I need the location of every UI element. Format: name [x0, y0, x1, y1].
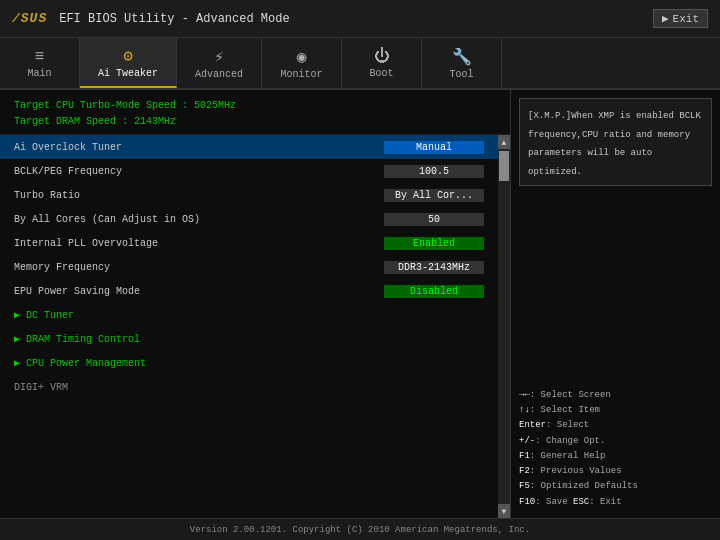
- left-panel: Target CPU Turbo-Mode Speed : 5025MHz Ta…: [0, 90, 510, 518]
- digi-label: DIGI+ VRM: [14, 382, 68, 393]
- boot-icon: ⏻: [374, 47, 390, 66]
- monitor-icon: ◉: [297, 47, 307, 67]
- setting-row-epu[interactable]: EPU Power Saving Mode Disabled: [0, 279, 498, 303]
- main-content: Target CPU Turbo-Mode Speed : 5025MHz Ta…: [0, 90, 720, 518]
- settings-scroll-area: Ai Overclock Tuner Manual BCLK/PEG Frequ…: [0, 135, 510, 518]
- bios-title: EFI BIOS Utility - Advanced Mode: [59, 12, 289, 26]
- setting-row-all-cores[interactable]: By All Cores (Can Adjust in OS) 50: [0, 207, 498, 231]
- digi-row: DIGI+ VRM: [0, 375, 498, 399]
- expandable-dram-timing[interactable]: ▶ DRAM Timing Control: [0, 327, 498, 351]
- pll-label: Internal PLL Overvoltage: [14, 238, 384, 249]
- right-panel: [X.M.P.]When XMP is enabled BCLK frequen…: [510, 90, 720, 518]
- tab-ai-tweaker-label: Ai Tweaker: [98, 68, 158, 79]
- help-text: [X.M.P.]When XMP is enabled BCLK frequen…: [528, 111, 701, 177]
- bottom-bar: Version 2.00.1201. Copyright (C) 2010 Am…: [0, 518, 720, 540]
- pll-value: Enabled: [384, 237, 484, 250]
- logo-area: /SUS EFI BIOS Utility - Advanced Mode: [12, 11, 290, 26]
- cpu-power-label: CPU Power Management: [26, 358, 146, 369]
- key-hints: →←: Select Screen ↑↓: Select Item Enter:…: [519, 388, 712, 510]
- tab-monitor[interactable]: ◉ Monitor: [262, 38, 342, 88]
- setting-row-ai-overclock[interactable]: Ai Overclock Tuner Manual: [0, 135, 498, 159]
- hint-f1: F1: General Help: [519, 449, 712, 464]
- scrollbar[interactable]: ▲ ▼: [498, 135, 510, 518]
- expandable-cpu-power[interactable]: ▶ CPU Power Management: [0, 351, 498, 375]
- turbo-label: Turbo Ratio: [14, 190, 384, 201]
- tool-icon: 🔧: [452, 47, 472, 67]
- tab-monitor-label: Monitor: [281, 69, 323, 80]
- tab-main[interactable]: ≡ Main: [0, 38, 80, 88]
- setting-row-pll[interactable]: Internal PLL Overvoltage Enabled: [0, 231, 498, 255]
- exit-button[interactable]: ▶ Exit: [653, 9, 708, 28]
- help-box: [X.M.P.]When XMP is enabled BCLK frequen…: [519, 98, 712, 186]
- tab-ai-tweaker[interactable]: ⚙ Ai Tweaker: [80, 38, 177, 88]
- tab-advanced-label: Advanced: [195, 69, 243, 80]
- setting-row-memory-freq[interactable]: Memory Frequency DDR3-2143MHz: [0, 255, 498, 279]
- expand-icon-dram: ▶: [14, 333, 20, 345]
- ai-tweaker-icon: ⚙: [123, 46, 133, 66]
- tab-boot[interactable]: ⏻ Boot: [342, 38, 422, 88]
- all-cores-value: 50: [384, 213, 484, 226]
- scrollbar-down[interactable]: ▼: [498, 504, 510, 518]
- nav-tabs: ≡ Main ⚙ Ai Tweaker ⚡ Advanced ◉ Monitor…: [0, 38, 720, 90]
- memory-freq-value: DDR3-2143MHz: [384, 261, 484, 274]
- memory-freq-label: Memory Frequency: [14, 262, 384, 273]
- scrollbar-thumb[interactable]: [499, 151, 509, 181]
- scrollbar-up[interactable]: ▲: [498, 135, 510, 149]
- bios-screen: /SUS EFI BIOS Utility - Advanced Mode ▶ …: [0, 0, 720, 540]
- expand-icon-cpu: ▶: [14, 357, 20, 369]
- epu-label: EPU Power Saving Mode: [14, 286, 384, 297]
- dram-timing-label: DRAM Timing Control: [26, 334, 140, 345]
- advanced-icon: ⚡: [214, 47, 224, 67]
- hint-f2: F2: Previous Values: [519, 464, 712, 479]
- exit-icon: ▶: [662, 12, 669, 25]
- bclk-label: BCLK/PEG Frequency: [14, 166, 384, 177]
- dram-speed-info: Target DRAM Speed : 2143MHz: [14, 114, 496, 130]
- turbo-value: By All Cor...: [384, 189, 484, 202]
- settings-content: Ai Overclock Tuner Manual BCLK/PEG Frequ…: [0, 135, 498, 518]
- top-bar: /SUS EFI BIOS Utility - Advanced Mode ▶ …: [0, 0, 720, 38]
- expandable-dc-tuner[interactable]: ▶ DC Tuner: [0, 303, 498, 327]
- hint-change: +/-: Change Opt.: [519, 434, 712, 449]
- all-cores-label: By All Cores (Can Adjust in OS): [14, 214, 384, 225]
- tab-boot-label: Boot: [370, 68, 394, 79]
- setting-row-bclk[interactable]: BCLK/PEG Frequency 100.5: [0, 159, 498, 183]
- asus-logo: /SUS: [12, 11, 47, 26]
- hint-screen: →←: Select Screen: [519, 388, 712, 403]
- epu-value: Disabled: [384, 285, 484, 298]
- tab-tool-label: Tool: [450, 69, 474, 80]
- footer-text: Version 2.00.1201. Copyright (C) 2010 Am…: [190, 525, 530, 535]
- info-bar: Target CPU Turbo-Mode Speed : 5025MHz Ta…: [0, 90, 510, 135]
- cpu-speed-info: Target CPU Turbo-Mode Speed : 5025MHz: [14, 98, 496, 114]
- main-icon: ≡: [35, 48, 45, 66]
- ai-overclock-label: Ai Overclock Tuner: [14, 142, 384, 153]
- tab-main-label: Main: [27, 68, 51, 79]
- hint-f10: F10: Save ESC: Exit: [519, 495, 712, 510]
- expand-icon-dc: ▶: [14, 309, 20, 321]
- bclk-value: 100.5: [384, 165, 484, 178]
- hint-item: ↑↓: Select Item: [519, 403, 712, 418]
- hint-f5: F5: Optimized Defaults: [519, 479, 712, 494]
- tab-tool[interactable]: 🔧 Tool: [422, 38, 502, 88]
- ai-overclock-value: Manual: [384, 141, 484, 154]
- tab-advanced[interactable]: ⚡ Advanced: [177, 38, 262, 88]
- dc-tuner-label: DC Tuner: [26, 310, 74, 321]
- exit-label: Exit: [673, 13, 699, 25]
- hint-enter: Enter: Select: [519, 418, 712, 433]
- setting-row-turbo[interactable]: Turbo Ratio By All Cor...: [0, 183, 498, 207]
